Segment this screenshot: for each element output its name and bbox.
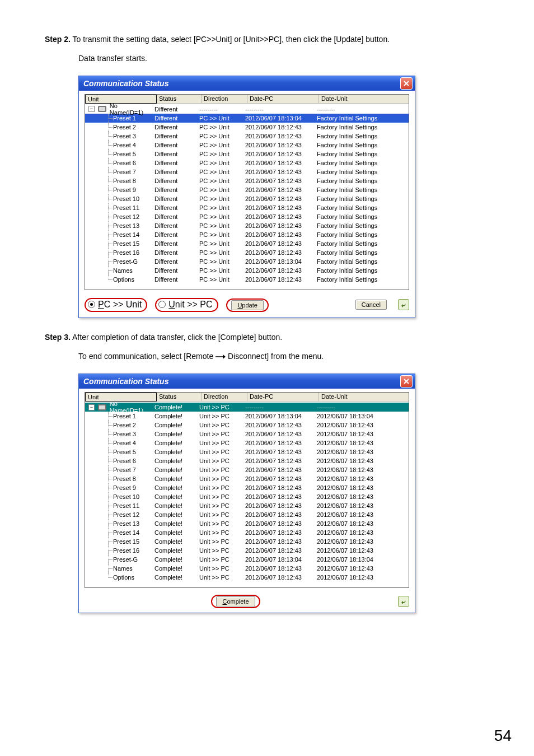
datepc-cell: 2012/06/07 18:12:43 — [243, 124, 315, 130]
col-date-pc[interactable]: Date-PC — [247, 393, 319, 402]
datepc-cell: 2012/06/07 18:13:04 — [243, 258, 315, 265]
dateunit-cell: --------- — [315, 404, 409, 410]
datepc-cell: 2012/06/07 18:12:43 — [243, 231, 315, 238]
col-direction[interactable]: Direction — [202, 393, 247, 402]
close-icon[interactable] — [400, 375, 413, 388]
complete-button[interactable]: Complete — [216, 596, 255, 606]
tree-row[interactable]: Preset 1DifferentPC >> Unit2012/06/07 18… — [85, 114, 409, 123]
radio-pc-to-unit[interactable]: PC >> Unit — [85, 298, 147, 312]
tree-row[interactable]: Preset-GComplete!Unit >> PC2012/06/07 18… — [85, 555, 409, 564]
status-cell: Different — [152, 124, 197, 130]
tree-row[interactable]: Preset 3DifferentPC >> Unit2012/06/07 18… — [85, 132, 409, 141]
tree-row[interactable]: Preset 7DifferentPC >> Unit2012/06/07 18… — [85, 167, 409, 176]
collapse-icon[interactable]: − — [88, 404, 95, 410]
tree-row[interactable]: Preset 14Complete!Unit >> PC2012/06/07 1… — [85, 528, 409, 537]
status-cell: Complete! — [152, 556, 197, 563]
tree-row[interactable]: Preset 8DifferentPC >> Unit2012/06/07 18… — [85, 176, 409, 185]
tree-row[interactable]: Preset 14DifferentPC >> Unit2012/06/07 1… — [85, 230, 409, 239]
tree-row[interactable]: Preset 16DifferentPC >> Unit2012/06/07 1… — [85, 248, 409, 257]
unit-name: Preset 2 — [113, 422, 136, 428]
tree-row[interactable]: Preset-GDifferentPC >> Unit2012/06/07 18… — [85, 257, 409, 266]
unit-name: Preset 14 — [113, 529, 139, 536]
tree-row[interactable]: Preset 5Complete!Unit >> PC2012/06/07 18… — [85, 447, 409, 456]
dir-cell: Unit >> PC — [197, 440, 243, 446]
tree-root-row[interactable]: −No Name(ID=1)Different-----------------… — [85, 105, 409, 114]
status-cell: Complete! — [152, 404, 197, 410]
tree-row[interactable]: Preset 12Complete!Unit >> PC2012/06/07 1… — [85, 510, 409, 519]
tree-branch-icon — [104, 167, 113, 176]
help-icon[interactable] — [398, 596, 409, 607]
radio-unit-to-pc[interactable]: Unit >> PC — [155, 298, 218, 312]
tree-row[interactable]: Preset 6DifferentPC >> Unit2012/06/07 18… — [85, 158, 409, 167]
tree-view[interactable]: −No Name(ID=1)Different-----------------… — [85, 104, 409, 290]
dateunit-cell: 2012/06/07 18:12:43 — [315, 574, 409, 581]
tree-row[interactable]: OptionsDifferentPC >> Unit2012/06/07 18:… — [85, 275, 409, 284]
datepc-cell: 2012/06/07 18:12:43 — [243, 484, 315, 491]
tree-row[interactable]: Preset 10DifferentPC >> Unit2012/06/07 1… — [85, 194, 409, 203]
titlebar[interactable]: Communication Status — [79, 374, 415, 389]
col-status[interactable]: Status — [157, 95, 202, 104]
communication-status-window-1: Communication Status Unit Status Directi… — [78, 76, 415, 318]
tree-row[interactable]: OptionsComplete!Unit >> PC2012/06/07 18:… — [85, 573, 409, 582]
dateunit-cell: 2012/06/07 18:12:43 — [315, 511, 409, 518]
tree-row[interactable]: Preset 11Complete!Unit >> PC2012/06/07 1… — [85, 501, 409, 510]
tree-row[interactable]: Preset 5DifferentPC >> Unit2012/06/07 18… — [85, 150, 409, 158]
tree-branch-icon — [104, 239, 113, 248]
unit-name: Preset 4 — [113, 142, 136, 148]
tree-row[interactable]: Preset 1Complete!Unit >> PC2012/06/07 18… — [85, 412, 409, 421]
titlebar[interactable]: Communication Status — [79, 76, 415, 91]
tree-row[interactable]: Preset 6Complete!Unit >> PC2012/06/07 18… — [85, 456, 409, 465]
tree-row[interactable]: Preset 3Complete!Unit >> PC2012/06/07 18… — [85, 430, 409, 438]
collapse-icon[interactable]: − — [88, 106, 95, 112]
tree-branch-icon — [104, 412, 113, 421]
status-cell: Complete! — [152, 529, 197, 536]
close-icon[interactable] — [400, 77, 413, 90]
tree-row[interactable]: Preset 7Complete!Unit >> PC2012/06/07 18… — [85, 465, 409, 474]
tree-row[interactable]: Preset 10Complete!Unit >> PC2012/06/07 1… — [85, 492, 409, 501]
tree-row[interactable]: Preset 11DifferentPC >> Unit2012/06/07 1… — [85, 203, 409, 212]
tree-row[interactable]: Preset 16Complete!Unit >> PC2012/06/07 1… — [85, 546, 409, 555]
dir-cell: Unit >> PC — [197, 404, 243, 410]
col-status[interactable]: Status — [157, 393, 202, 402]
tree-row[interactable]: Preset 12DifferentPC >> Unit2012/06/07 1… — [85, 212, 409, 221]
tree-row[interactable]: Preset 2Complete!Unit >> PC2012/06/07 18… — [85, 421, 409, 430]
unit-name: Preset 12 — [113, 213, 139, 220]
help-icon[interactable] — [398, 299, 409, 310]
tree-row[interactable]: Preset 2DifferentPC >> Unit2012/06/07 18… — [85, 123, 409, 132]
page-number: 54 — [494, 727, 512, 745]
dateunit-cell: 2012/06/07 18:12:43 — [315, 529, 409, 536]
status-cell: Different — [152, 106, 197, 113]
tree-row[interactable]: Preset 9DifferentPC >> Unit2012/06/07 18… — [85, 185, 409, 194]
cancel-button[interactable]: Cancel — [355, 300, 387, 310]
tree-row[interactable]: Preset 9Complete!Unit >> PC2012/06/07 18… — [85, 483, 409, 492]
tree-row[interactable]: NamesDifferentPC >> Unit2012/06/07 18:12… — [85, 266, 409, 275]
tree-row[interactable]: Preset 15DifferentPC >> Unit2012/06/07 1… — [85, 239, 409, 248]
unit-name: Preset 3 — [113, 431, 136, 437]
unit-name: Preset 7 — [113, 466, 136, 473]
tree-root-row[interactable]: −No Name(ID=1)Complete!Unit >> PC-------… — [85, 403, 409, 412]
dateunit-cell: 2012/06/07 18:13:04 — [315, 413, 409, 419]
tree-row[interactable]: Preset 15Complete!Unit >> PC2012/06/07 1… — [85, 537, 409, 546]
dateunit-cell: Factory Initial Settings — [315, 258, 409, 265]
tree-row[interactable]: Preset 13Complete!Unit >> PC2012/06/07 1… — [85, 519, 409, 528]
tree-branch-icon — [104, 456, 113, 465]
col-direction[interactable]: Direction — [202, 95, 247, 104]
tree-row[interactable]: NamesComplete!Unit >> PC2012/06/07 18:12… — [85, 564, 409, 573]
tree-row[interactable]: Preset 8Complete!Unit >> PC2012/06/07 18… — [85, 474, 409, 483]
update-button[interactable]: Update — [231, 300, 263, 310]
col-date-pc[interactable]: Date-PC — [247, 95, 319, 104]
unit-name: Names — [113, 565, 133, 572]
status-cell: Complete! — [152, 502, 197, 509]
dateunit-cell: Factory Initial Settings — [315, 222, 409, 229]
dir-cell: Unit >> PC — [197, 529, 243, 536]
tree-row[interactable]: Preset 13DifferentPC >> Unit2012/06/07 1… — [85, 221, 409, 230]
tree-row[interactable]: Preset 4Complete!Unit >> PC2012/06/07 18… — [85, 438, 409, 447]
unit-name: Preset 2 — [113, 124, 136, 130]
col-date-unit[interactable]: Date-Unit — [319, 393, 409, 402]
tree-view[interactable]: −No Name(ID=1)Complete!Unit >> PC-------… — [85, 402, 409, 587]
unit-name: Preset 10 — [113, 195, 139, 202]
dir-cell: --------- — [197, 106, 243, 113]
tree-row[interactable]: Preset 4DifferentPC >> Unit2012/06/07 18… — [85, 141, 409, 150]
col-date-unit[interactable]: Date-Unit — [319, 95, 409, 104]
tree-branch-icon — [104, 275, 113, 284]
